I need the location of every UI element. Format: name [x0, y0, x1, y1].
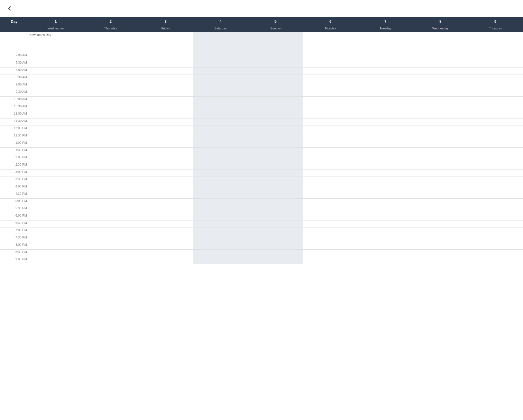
time-cell-day4-slot9[interactable] — [193, 119, 248, 126]
time-cell-day7-slot10[interactable] — [358, 126, 413, 133]
time-cell-day9-slot13[interactable] — [468, 148, 523, 155]
time-cell-day5-slot25[interactable] — [248, 235, 303, 242]
time-cell-day1-slot25[interactable] — [28, 235, 83, 242]
time-cell-day9-slot28[interactable] — [468, 257, 523, 264]
time-cell-day2-slot16[interactable] — [83, 170, 138, 177]
time-cell-day4-slot24[interactable] — [193, 228, 248, 235]
time-cell-day2-slot24[interactable] — [83, 228, 138, 235]
time-cell-day1-slot10[interactable] — [28, 126, 83, 133]
time-cell-day2-slot6[interactable] — [83, 97, 138, 104]
time-cell-day4-slot11[interactable] — [193, 133, 248, 140]
time-cell-day7-slot15[interactable] — [358, 162, 413, 170]
all-day-cell-9[interactable] — [468, 32, 523, 53]
time-cell-day7-slot7[interactable] — [358, 104, 413, 111]
time-cell-day6-slot16[interactable] — [303, 170, 358, 177]
time-cell-day9-slot20[interactable] — [468, 199, 523, 206]
time-cell-day6-slot0[interactable] — [303, 53, 358, 60]
time-cell-day2-slot10[interactable] — [83, 126, 138, 133]
time-cell-day1-slot22[interactable] — [28, 213, 83, 221]
time-cell-day2-slot11[interactable] — [83, 133, 138, 140]
time-cell-day2-slot1[interactable] — [83, 60, 138, 68]
time-cell-day7-slot22[interactable] — [358, 213, 413, 221]
time-cell-day5-slot20[interactable] — [248, 199, 303, 206]
time-cell-day3-slot3[interactable] — [138, 75, 193, 82]
time-cell-day3-slot25[interactable] — [138, 235, 193, 242]
time-cell-day7-slot24[interactable] — [358, 228, 413, 235]
time-cell-day2-slot19[interactable] — [83, 191, 138, 199]
all-day-cell-8[interactable] — [413, 32, 468, 53]
time-cell-day6-slot18[interactable] — [303, 184, 358, 191]
time-cell-day2-slot27[interactable] — [83, 250, 138, 257]
time-cell-day4-slot2[interactable] — [193, 68, 248, 75]
time-cell-day9-slot14[interactable] — [468, 155, 523, 162]
time-cell-day6-slot23[interactable] — [303, 221, 358, 228]
time-cell-day4-slot17[interactable] — [193, 177, 248, 184]
time-cell-day6-slot20[interactable] — [303, 199, 358, 206]
time-cell-day1-slot24[interactable] — [28, 228, 83, 235]
time-cell-day3-slot24[interactable] — [138, 228, 193, 235]
time-cell-day8-slot9[interactable] — [413, 119, 468, 126]
time-cell-day3-slot7[interactable] — [138, 104, 193, 111]
time-cell-day4-slot14[interactable] — [193, 155, 248, 162]
time-cell-day5-slot2[interactable] — [248, 68, 303, 75]
time-cell-day9-slot18[interactable] — [468, 184, 523, 191]
time-cell-day6-slot4[interactable] — [303, 82, 358, 89]
time-cell-day1-slot13[interactable] — [28, 148, 83, 155]
time-cell-day8-slot10[interactable] — [413, 126, 468, 133]
time-cell-day8-slot17[interactable] — [413, 177, 468, 184]
time-cell-day5-slot10[interactable] — [248, 126, 303, 133]
time-cell-day3-slot9[interactable] — [138, 119, 193, 126]
time-cell-day3-slot17[interactable] — [138, 177, 193, 184]
time-cell-day5-slot15[interactable] — [248, 162, 303, 170]
time-cell-day7-slot27[interactable] — [358, 250, 413, 257]
time-cell-day2-slot25[interactable] — [83, 235, 138, 242]
time-cell-day5-slot16[interactable] — [248, 170, 303, 177]
time-cell-day7-slot14[interactable] — [358, 155, 413, 162]
time-cell-day7-slot26[interactable] — [358, 242, 413, 250]
time-cell-day4-slot3[interactable] — [193, 75, 248, 82]
time-cell-day4-slot15[interactable] — [193, 162, 248, 170]
back-button[interactable] — [4, 3, 15, 13]
time-cell-day6-slot21[interactable] — [303, 206, 358, 213]
time-cell-day8-slot7[interactable] — [413, 104, 468, 111]
time-cell-day1-slot17[interactable] — [28, 177, 83, 184]
time-cell-day6-slot27[interactable] — [303, 250, 358, 257]
time-cell-day2-slot3[interactable] — [83, 75, 138, 82]
time-cell-day7-slot1[interactable] — [358, 60, 413, 68]
time-cell-day6-slot11[interactable] — [303, 133, 358, 140]
time-cell-day7-slot23[interactable] — [358, 221, 413, 228]
time-cell-day9-slot22[interactable] — [468, 213, 523, 221]
time-cell-day8-slot1[interactable] — [413, 60, 468, 68]
time-cell-day6-slot22[interactable] — [303, 213, 358, 221]
time-cell-day1-slot28[interactable] — [28, 257, 83, 264]
time-cell-day4-slot26[interactable] — [193, 242, 248, 250]
time-cell-day6-slot17[interactable] — [303, 177, 358, 184]
time-cell-day1-slot12[interactable] — [28, 140, 83, 148]
time-cell-day4-slot19[interactable] — [193, 191, 248, 199]
time-cell-day9-slot21[interactable] — [468, 206, 523, 213]
time-cell-day4-slot1[interactable] — [193, 60, 248, 68]
all-day-cell-5[interactable] — [248, 32, 303, 53]
time-cell-day5-slot6[interactable] — [248, 97, 303, 104]
time-cell-day5-slot28[interactable] — [248, 257, 303, 264]
time-cell-day6-slot15[interactable] — [303, 162, 358, 170]
time-cell-day9-slot17[interactable] — [468, 177, 523, 184]
time-cell-day2-slot2[interactable] — [83, 68, 138, 75]
time-cell-day7-slot8[interactable] — [358, 111, 413, 119]
time-cell-day3-slot11[interactable] — [138, 133, 193, 140]
time-cell-day5-slot21[interactable] — [248, 206, 303, 213]
time-cell-day4-slot28[interactable] — [193, 257, 248, 264]
time-cell-day1-slot7[interactable] — [28, 104, 83, 111]
all-day-cell-1[interactable]: New Year's Day — [28, 32, 83, 53]
time-cell-day2-slot13[interactable] — [83, 148, 138, 155]
time-cell-day5-slot23[interactable] — [248, 221, 303, 228]
time-cell-day2-slot4[interactable] — [83, 82, 138, 89]
time-cell-day3-slot6[interactable] — [138, 97, 193, 104]
time-cell-day1-slot9[interactable] — [28, 119, 83, 126]
time-cell-day3-slot21[interactable] — [138, 206, 193, 213]
time-cell-day6-slot13[interactable] — [303, 148, 358, 155]
time-cell-day8-slot25[interactable] — [413, 235, 468, 242]
time-cell-day1-slot23[interactable] — [28, 221, 83, 228]
time-cell-day3-slot5[interactable] — [138, 89, 193, 97]
time-cell-day6-slot25[interactable] — [303, 235, 358, 242]
